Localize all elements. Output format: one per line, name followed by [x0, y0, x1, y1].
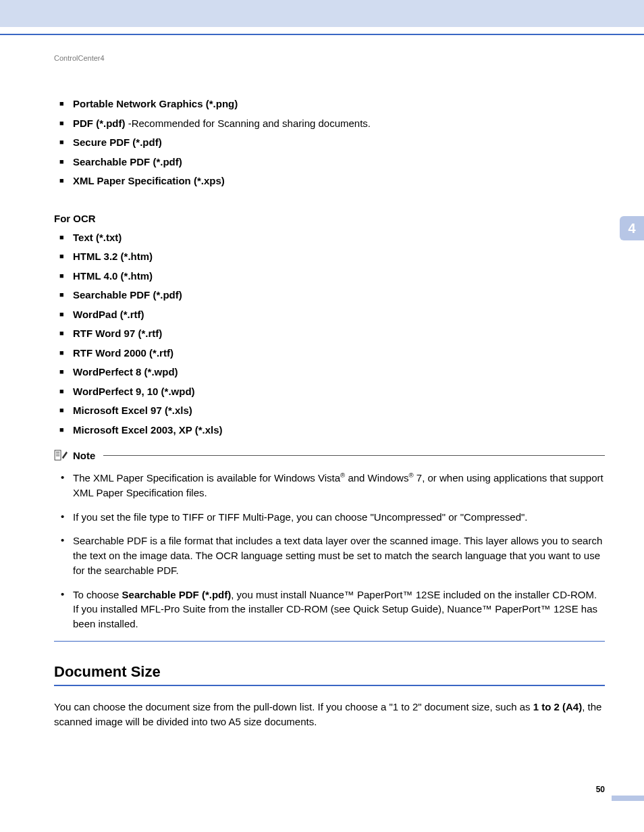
- list-item-bold: Text (*.txt): [73, 232, 122, 243]
- note-divider: [103, 455, 605, 456]
- registered-mark: ®: [408, 471, 413, 479]
- note-text: The XML Paper Specification is available…: [73, 472, 340, 484]
- svg-rect-0: [55, 450, 61, 460]
- section-title: Document Size: [54, 663, 605, 681]
- note-text: and Windows: [345, 472, 408, 484]
- page-number: 50: [596, 785, 605, 794]
- list-item: HTML 3.2 (*.htm): [63, 247, 605, 267]
- list-item-bold: WordPerfect 8 (*.wpd): [73, 366, 178, 378]
- note-block: Note The XML Paper Specification is avai…: [54, 449, 605, 642]
- list-item: Microsoft Excel 2003, XP (*.xls): [63, 421, 605, 440]
- list-item-bold: WordPerfect 9, 10 (*.wpd): [73, 386, 195, 397]
- list-item: Searchable PDF (*.pdf): [63, 286, 605, 305]
- list-item: PDF (*.pdf) -Recommended for Scanning an…: [63, 114, 605, 134]
- note-pencil-icon: [54, 449, 69, 461]
- note-text: Searchable PDF is a file format that inc…: [73, 535, 602, 576]
- list-item-bold: XML Paper Specification (*.xps): [73, 175, 225, 186]
- list-item-rest: -Recommended for Scanning and sharing do…: [125, 118, 371, 129]
- list-item: HTML 4.0 (*.htm): [63, 267, 605, 286]
- ocr-subhead: For OCR: [54, 213, 605, 224]
- format-list-1: Portable Network Graphics (*.png) PDF (*…: [54, 95, 605, 191]
- list-item: Searchable PDF (*.pdf): [63, 153, 605, 172]
- list-item-bold: RTF Word 2000 (*.rtf): [73, 347, 173, 359]
- list-item-bold: Searchable PDF (*.pdf): [73, 156, 182, 167]
- list-item-bold: RTF Word 97 (*.rtf): [73, 328, 162, 339]
- list-item-bold: HTML 3.2 (*.htm): [73, 251, 153, 262]
- list-item: WordPerfect 9, 10 (*.wpd): [63, 382, 605, 402]
- chapter-tab: 4: [620, 216, 644, 240]
- list-item: XML Paper Specification (*.xps): [63, 172, 605, 191]
- list-item: Microsoft Excel 97 (*.xls): [63, 401, 605, 421]
- top-banner: [0, 0, 644, 27]
- list-item-bold: HTML 4.0 (*.htm): [73, 270, 153, 282]
- note-bold: Searchable PDF (*.pdf): [122, 589, 232, 600]
- note-item: Searchable PDF is a file format that inc…: [63, 534, 605, 577]
- note-list: The XML Paper Specification is available…: [54, 471, 605, 631]
- list-item-bold: Secure PDF (*.pdf): [73, 136, 162, 148]
- note-header: Note: [54, 449, 605, 461]
- section-paragraph: You can choose the document size from th…: [54, 700, 605, 729]
- list-item: Secure PDF (*.pdf): [63, 133, 605, 153]
- list-item: RTF Word 2000 (*.rtf): [63, 344, 605, 363]
- note-text: To choose: [73, 589, 122, 600]
- note-label: Note: [73, 450, 95, 461]
- list-item-bold: Microsoft Excel 97 (*.xls): [73, 405, 192, 416]
- list-item: WordPerfect 8 (*.wpd): [63, 363, 605, 382]
- para-text: You can choose the document size from th…: [54, 701, 533, 712]
- list-item: Portable Network Graphics (*.png): [63, 95, 605, 114]
- top-rule: [0, 34, 644, 35]
- note-item: If you set the file type to TIFF or TIFF…: [63, 510, 605, 525]
- list-item-bold: Microsoft Excel 2003, XP (*.xls): [73, 424, 223, 436]
- list-item: WordPad (*.rtf): [63, 305, 605, 325]
- list-item-bold: Searchable PDF (*.pdf): [73, 289, 182, 301]
- list-item: Text (*.txt): [63, 228, 605, 248]
- list-item-bold: Portable Network Graphics (*.png): [73, 98, 238, 109]
- running-header: ControlCenter4: [54, 54, 605, 62]
- section-rule: [54, 685, 605, 686]
- list-item: RTF Word 97 (*.rtf): [63, 324, 605, 344]
- note-bottom-rule: [54, 641, 605, 642]
- para-bold: 1 to 2 (A4): [533, 701, 583, 712]
- note-item: The XML Paper Specification is available…: [63, 471, 605, 500]
- list-item-bold: WordPad (*.rtf): [73, 309, 144, 320]
- page-content: ControlCenter4 Portable Network Graphics…: [54, 54, 605, 729]
- list-item-bold: PDF (*.pdf): [73, 118, 125, 129]
- footer-accent: [612, 796, 644, 801]
- format-list-2: Text (*.txt) HTML 3.2 (*.htm) HTML 4.0 (…: [54, 228, 605, 440]
- note-text: If you set the file type to TIFF or TIFF…: [73, 511, 528, 523]
- note-item: To choose Searchable PDF (*.pdf), you mu…: [63, 588, 605, 631]
